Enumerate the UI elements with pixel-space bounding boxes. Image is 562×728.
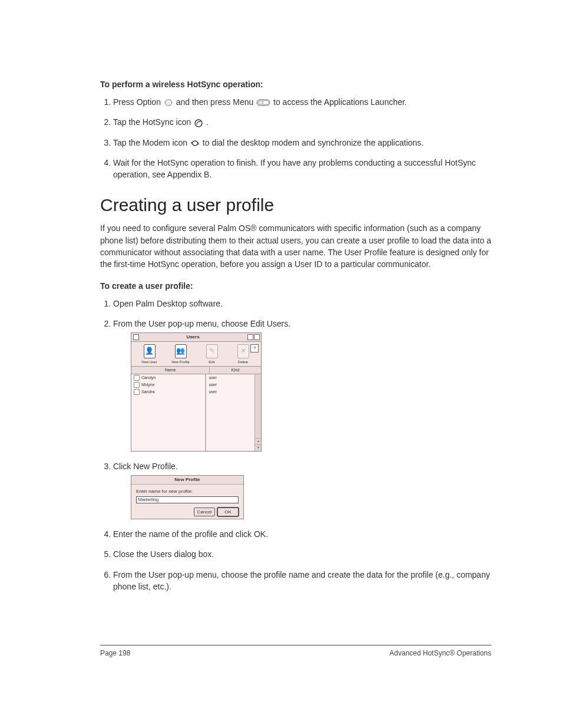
step-b6: From the User pop-up menu, choose the pr… (113, 569, 491, 593)
intro-paragraph: If you need to configure several Palm OS… (100, 222, 491, 270)
text-fragment: to dial the desktop modem and synchroniz… (203, 138, 424, 147)
scrollbar[interactable]: ▴ ▾ (254, 374, 261, 451)
page-heading: Creating a user profile (100, 195, 491, 215)
users-list-kinds: user user user (206, 374, 254, 451)
text-fragment: and then press Menu (176, 97, 256, 107)
svg-point-4 (195, 120, 202, 127)
step-a2: Tap the HotSync icon . (113, 116, 491, 128)
delete-icon: ✕ (237, 344, 249, 358)
page-footer: Page 198 Advanced HotSync® Operations (100, 645, 491, 657)
svg-rect-3 (263, 101, 268, 104)
list-item[interactable]: Midyne (131, 381, 205, 388)
modem-icon (190, 139, 200, 147)
scroll-up-icon[interactable]: ▴ (255, 438, 261, 444)
text-fragment: to access the Applications Launcher. (273, 97, 406, 107)
users-dialog: Users ? 👤 New User 👥 New Profile (131, 332, 262, 451)
scroll-down-icon[interactable]: ▾ (255, 444, 261, 451)
user-row-icon (134, 389, 140, 395)
document-page: To perform a wireless HotSync operation:… (0, 0, 562, 728)
section-a-steps: Press Option and then press Menu to acce… (100, 96, 491, 180)
new-profile-dialog: New Profile Enter name for new profile: … (131, 475, 244, 519)
kind-cell: user (206, 381, 254, 388)
edit-icon: ✎ (206, 344, 218, 358)
list-item[interactable]: Carolyn (131, 374, 205, 381)
collapse-box-icon[interactable] (254, 334, 260, 340)
step-b3: Click New Profile. New Profile Enter nam… (113, 460, 491, 519)
users-toolbar: ? 👤 New User 👥 New Profile ✎ Edit ✕ (131, 342, 261, 366)
section-a-title: To perform a wireless HotSync operation: (100, 80, 491, 89)
step-b1: Open Palm Desktop software. (113, 298, 491, 309)
kind-cell: user (206, 388, 254, 396)
tool-label: Edit (209, 360, 214, 365)
close-box-icon[interactable] (133, 334, 139, 340)
text-fragment: Tap the HotSync icon (113, 117, 193, 127)
step-text: Click New Profile. (113, 462, 178, 471)
new-user-icon: 👤 (144, 344, 156, 358)
profile-name-input[interactable]: Marketing (136, 496, 239, 503)
step-a1: Press Option and then press Menu to acce… (113, 96, 491, 108)
zoom-box-icon[interactable] (247, 334, 253, 340)
hotsync-icon (193, 119, 204, 127)
new-profile-label: Enter name for new profile: (136, 488, 239, 495)
user-name: Carolyn (141, 375, 156, 381)
text-fragment: . (206, 117, 209, 127)
users-dialog-title: Users (139, 334, 247, 341)
step-a4: Wait for the HotSync operation to finish… (113, 157, 491, 181)
tool-label: New User (141, 360, 157, 365)
step-b5: Close the Users dialog box. (113, 548, 491, 560)
footer-page-number: Page 198 (100, 649, 130, 657)
svg-point-0 (165, 100, 172, 106)
list-item[interactable]: Sandra (131, 388, 205, 396)
section-b-steps: Open Palm Desktop software. From the Use… (100, 298, 491, 593)
ok-button[interactable]: OK (217, 508, 239, 516)
users-list: Carolyn Midyne Sandra user user user (131, 374, 254, 451)
tool-label: New Profile (171, 360, 190, 365)
users-dialog-titlebar: Users (131, 333, 261, 342)
user-name: Midyne (141, 382, 155, 388)
user-name: Sandra (141, 389, 155, 395)
new-user-button[interactable]: 👤 New User (138, 344, 161, 365)
cancel-button[interactable]: Cancel (194, 508, 215, 516)
svg-point-2 (259, 101, 262, 104)
section-b-title: To create a user profile: (100, 281, 491, 291)
column-kind[interactable]: Kind (210, 367, 261, 374)
tool-label: Delete (238, 360, 248, 365)
new-profile-title: New Profile (131, 476, 243, 485)
footer-chapter-title: Advanced HotSync® Operations (389, 649, 491, 657)
text-fragment: Press Option (113, 97, 163, 107)
menu-key-icon (256, 98, 271, 107)
edit-button[interactable]: ✎ Edit (200, 344, 224, 365)
text-fragment: Tap the Modem icon (113, 138, 190, 147)
step-b2: From the User pop-up menu, choose Edit U… (113, 318, 491, 452)
new-profile-icon: 👥 (175, 344, 187, 358)
step-b4: Enter the name of the profile and click … (113, 528, 491, 540)
user-row-icon (134, 375, 140, 381)
users-column-headers: Name Kind (131, 366, 261, 374)
new-profile-button[interactable]: 👥 New Profile (169, 344, 193, 365)
column-name[interactable]: Name (131, 367, 210, 374)
kind-cell: user (206, 374, 254, 381)
step-text: From the User pop-up menu, choose Edit U… (113, 319, 290, 328)
help-button[interactable]: ? (250, 344, 259, 353)
step-a3: Tap the Modem icon to dial the desktop m… (113, 137, 491, 149)
option-key-icon (163, 98, 174, 107)
user-row-icon (134, 382, 140, 388)
users-list-names: Carolyn Midyne Sandra (131, 374, 206, 451)
